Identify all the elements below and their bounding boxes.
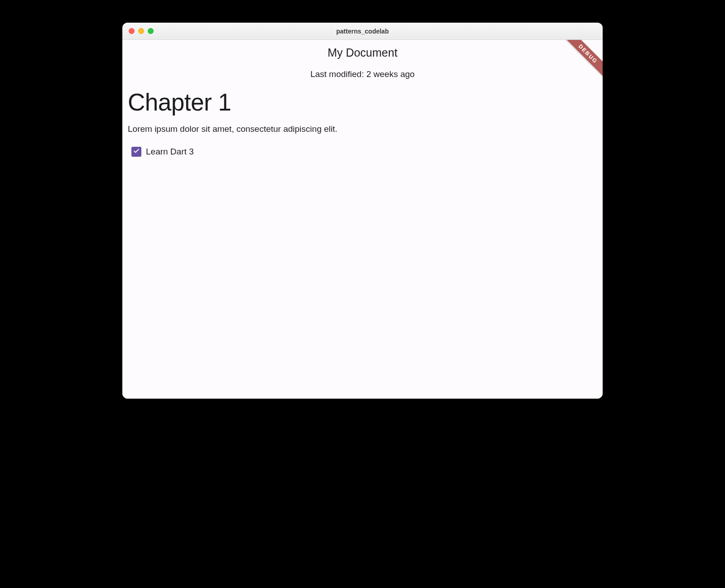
minimize-icon[interactable] — [138, 28, 144, 34]
checkbox-label: Learn Dart 3 — [146, 147, 194, 157]
fullscreen-icon[interactable] — [148, 28, 154, 34]
check-icon — [133, 147, 140, 156]
traffic-lights — [129, 28, 154, 34]
app-surface: DEBUG My Document Last modified: 2 weeks… — [122, 40, 603, 399]
window-title: patterns_codelab — [122, 28, 603, 35]
last-modified-text: Last modified: 2 weeks ago — [122, 69, 603, 79]
titlebar: patterns_codelab — [122, 23, 603, 40]
page-title: My Document — [122, 46, 603, 59]
close-icon[interactable] — [129, 28, 135, 34]
document-body: Chapter 1 Lorem ipsum dolor sit amet, co… — [122, 88, 603, 157]
body-paragraph: Lorem ipsum dolor sit amet, consectetur … — [128, 124, 597, 134]
appbar: My Document Last modified: 2 weeks ago — [122, 40, 603, 79]
app-window: patterns_codelab DEBUG My Document Last … — [122, 23, 603, 399]
chapter-heading: Chapter 1 — [128, 88, 597, 116]
checkbox-learn-dart[interactable] — [131, 147, 141, 157]
checkbox-list-item[interactable]: Learn Dart 3 — [128, 147, 597, 157]
